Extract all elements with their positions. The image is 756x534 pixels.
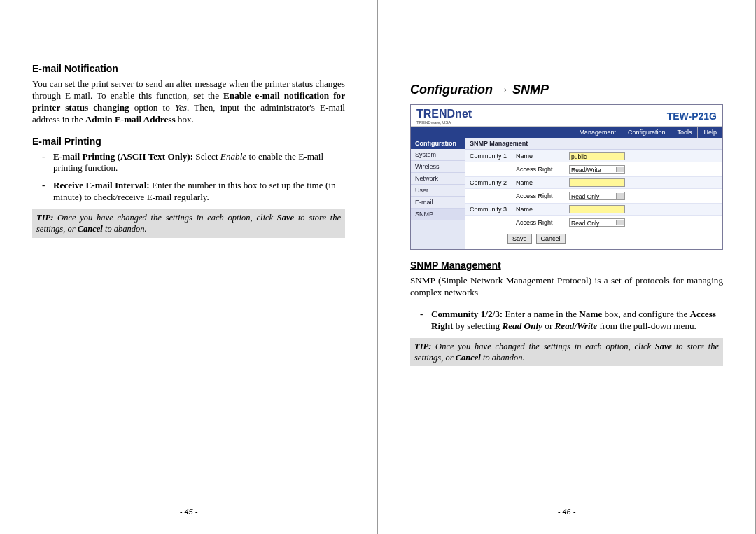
row-c1-name: Community 1 Name public bbox=[465, 150, 722, 162]
text-italic: Enable bbox=[220, 151, 246, 162]
sidebar-item-network[interactable]: Network bbox=[411, 173, 465, 185]
text: Select bbox=[193, 151, 220, 162]
section-title-email-notification: E-mail Notification bbox=[32, 63, 345, 74]
nav-tools[interactable]: Tools bbox=[671, 127, 697, 138]
text: or bbox=[542, 321, 555, 331]
text-italic: Yes bbox=[175, 102, 187, 113]
field-label: Access Right bbox=[516, 192, 565, 199]
field-label: Access Right bbox=[516, 166, 565, 173]
sidebar-item-email[interactable]: E-mail bbox=[411, 197, 465, 209]
group-label: Community 2 bbox=[470, 179, 512, 186]
bullet-email-printing-ascii: E-mail Printing (ASCII Text Only): Selec… bbox=[53, 151, 345, 175]
page-left: E-mail Notification You can set the prin… bbox=[0, 0, 378, 534]
panel: SNMP Management Community 1 Name public … bbox=[465, 138, 722, 249]
row-c3-access: Access Right Read Only bbox=[465, 216, 722, 230]
page-number-left: - 45 - bbox=[0, 507, 377, 516]
text-bold: E-mail Printing (ASCII Text Only): bbox=[53, 151, 193, 162]
row-c2-access: Access Right Read Only bbox=[465, 189, 722, 203]
nav-configuration[interactable]: Configuration bbox=[622, 127, 671, 138]
tip-label: TIP: bbox=[36, 213, 53, 223]
tip-label: TIP: bbox=[414, 342, 431, 351]
navbar: Management Configuration Tools Help bbox=[411, 127, 722, 138]
arrow-icon: → bbox=[496, 83, 509, 97]
section-title-snmp-mgmt: SNMP Management bbox=[410, 260, 723, 271]
panel-rows: Community 1 Name public Access Right Rea… bbox=[465, 150, 722, 249]
field-label: Name bbox=[516, 153, 565, 160]
text: Enter a name in the bbox=[503, 309, 579, 319]
page-right: Configuration → SNMP TRENDnet TEW-P21G M… bbox=[378, 0, 756, 534]
field-label: Name bbox=[516, 179, 565, 186]
text: to abandon. bbox=[103, 224, 147, 234]
sidebar-item-wireless[interactable]: Wireless bbox=[411, 161, 465, 173]
text: Configuration bbox=[410, 83, 496, 97]
group-label: Community 1 bbox=[470, 153, 512, 160]
bullet-receive-email-interval: Receive E-mail Interval: Enter the numbe… bbox=[53, 180, 345, 204]
text-bold: Save bbox=[655, 342, 672, 351]
text-bold: Receive E-mail Interval: bbox=[53, 180, 150, 190]
text: Once you have changed the settings in ea… bbox=[53, 213, 276, 223]
text-bold: Cancel bbox=[78, 224, 103, 234]
field-label: Name bbox=[516, 206, 565, 213]
snmp-body: SNMP (Simple Network Management Protocol… bbox=[410, 275, 723, 299]
text-bold: Cancel bbox=[456, 353, 481, 363]
screenshot-snmp: TRENDnet TEW-P21G Management Configurati… bbox=[410, 104, 723, 250]
section-title-email-printing: E-mail Printing bbox=[32, 136, 345, 147]
text-bold: Save bbox=[277, 213, 294, 223]
model-label: TEW-P21G bbox=[667, 111, 717, 122]
sidebar-item-system[interactable]: System bbox=[411, 149, 465, 161]
tip-box-right: TIP: Once you have changed the settings … bbox=[410, 338, 723, 367]
page-number-right: - 46 - bbox=[378, 507, 755, 516]
text: by selecting bbox=[454, 321, 503, 331]
name-input-2[interactable] bbox=[569, 178, 625, 187]
group-label: Community 3 bbox=[470, 206, 512, 213]
shot-body: Configuration System Wireless Network Us… bbox=[411, 138, 722, 249]
button-row: Save Cancel bbox=[465, 230, 722, 249]
text-bold: Admin E-mail Address bbox=[85, 114, 176, 125]
shot-header: TRENDnet TEW-P21G bbox=[411, 105, 722, 127]
bullet-community: Community 1/2/3: Enter a name in the Nam… bbox=[431, 309, 723, 332]
sidebar: Configuration System Wireless Network Us… bbox=[411, 138, 465, 249]
access-select-1[interactable]: Read/Write bbox=[569, 165, 625, 174]
sidebar-item-user[interactable]: User bbox=[411, 185, 465, 197]
name-input-1[interactable]: public bbox=[569, 152, 625, 160]
panel-title: SNMP Management bbox=[465, 138, 722, 150]
row-c2-name: Community 2 Name bbox=[465, 176, 722, 189]
nav-help[interactable]: Help bbox=[697, 127, 722, 138]
tip-box-left: TIP: Once you have changed the settings … bbox=[32, 209, 345, 238]
text: to abandon. bbox=[481, 353, 525, 363]
cancel-button[interactable]: Cancel bbox=[536, 234, 566, 244]
field-label: Access Right bbox=[516, 219, 565, 226]
access-select-3[interactable]: Read Only bbox=[569, 218, 625, 227]
text-bold: Community 1/2/3: bbox=[431, 309, 503, 319]
sidebar-item-snmp[interactable]: SNMP bbox=[411, 209, 465, 220]
save-button[interactable]: Save bbox=[507, 234, 532, 244]
name-input-3[interactable] bbox=[569, 205, 625, 213]
page-heading: Configuration → SNMP bbox=[410, 83, 723, 97]
text-bold: Name bbox=[579, 309, 602, 319]
text-italic: Read/Write bbox=[555, 321, 598, 331]
text: from the pull-down menu. bbox=[597, 321, 696, 331]
nav-management[interactable]: Management bbox=[573, 127, 622, 138]
text-italic: Read Only bbox=[502, 321, 542, 331]
access-select-2[interactable]: Read Only bbox=[569, 192, 625, 200]
text: Once you have changed the settings in ea… bbox=[431, 342, 654, 351]
row-c1-access: Access Right Read/Write bbox=[465, 162, 722, 176]
text: SNMP bbox=[509, 83, 549, 97]
text: box. bbox=[176, 114, 194, 125]
sidebar-head: Configuration bbox=[411, 138, 465, 149]
row-c3-name: Community 3 Name bbox=[465, 203, 722, 216]
trendnet-logo: TRENDnet bbox=[416, 108, 472, 125]
text: option to bbox=[130, 102, 175, 113]
text: box, and configure the bbox=[602, 309, 690, 319]
email-notification-body: You can set the print server to send an … bbox=[32, 78, 345, 126]
